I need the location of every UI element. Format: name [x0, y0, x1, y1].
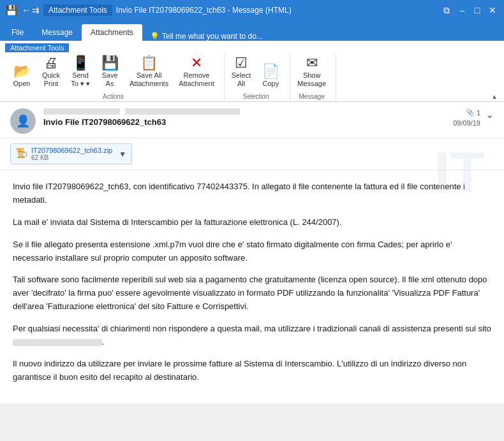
save-all-icon: 📋 — [140, 56, 158, 70]
title-bar-title: Invio File IT20798069622_tch63 - Message… — [116, 6, 292, 15]
body-paragraph-3: Se il file allegato presenta estensione … — [13, 238, 491, 265]
email-container: IT 👤 Invio File IT20798069622_tch63 📎 1 … — [0, 102, 504, 438]
attachment-number: 1 — [477, 109, 480, 117]
selection-buttons: ☑ SelectAll 📄 Copy — [227, 54, 285, 92]
lightbulb-icon: 💡 — [150, 32, 159, 41]
email-date: 09/09/19 — [453, 119, 480, 127]
body-paragraph-2: La mail e' inviata dal Sistema di Inters… — [13, 216, 491, 229]
sender-name-placeholder — [43, 108, 120, 115]
link-placeholder — [13, 339, 102, 346]
attachment-action-buttons: ▼ — [119, 150, 126, 159]
send-to-button[interactable]: 📱 SendTo ▾ — [66, 54, 94, 90]
copy-button[interactable]: 📄 Copy — [256, 62, 285, 90]
selection-label: Selection — [227, 92, 285, 100]
save-icon[interactable]: 💾 — [5, 4, 18, 17]
email-subject: Invio File IT20798069622_tch63 — [43, 117, 453, 127]
select-all-icon: ☑ — [235, 56, 248, 70]
actions-buttons: 📂 Open 🖨 QuickPrint 📱 SendTo ▾ 💾 SaveAs … — [8, 54, 219, 92]
message-group: ✉ ShowMessage Message — [290, 54, 336, 101]
back-button[interactable]: ← — [22, 5, 31, 15]
open-button[interactable]: 📂 Open — [8, 62, 36, 90]
remove-icon: ✕ — [191, 56, 202, 70]
remove-attachment-button[interactable]: ✕ RemoveAttachment — [174, 54, 219, 90]
email-header: 👤 Invio File IT20798069622_tch63 📎 1 09/… — [0, 102, 504, 138]
select-all-button[interactable]: ☑ SelectAll — [227, 54, 256, 90]
body-paragraph-5: Per qualsiasi necessita' di chiarimenti … — [13, 322, 491, 349]
tab-message[interactable]: Message — [33, 24, 82, 41]
paperclip-icon: 📎 — [466, 108, 475, 117]
remove-attachment-label: RemoveAttachment — [179, 71, 214, 88]
attachment-tools-label: Attachment Tools — [5, 43, 69, 52]
maximize-button[interactable]: □ — [471, 4, 484, 17]
save-as-button[interactable]: 💾 SaveAs — [96, 54, 124, 90]
zip-icon: 🗜 — [16, 147, 27, 161]
window-controls: ⧉ ‒ □ ✕ — [440, 4, 499, 17]
chevron-down-icon: ⌄ — [485, 109, 494, 120]
open-icon: 📂 — [13, 64, 31, 78]
forward-button[interactable]: ⇉ — [32, 5, 40, 15]
print-icon: 🖨 — [44, 56, 58, 70]
save-all-label: Save AllAttachments — [130, 71, 168, 88]
attachment-item[interactable]: 🗜 IT20798069622_tch63.zip 62 KB ▼ — [10, 143, 132, 164]
copy-icon: 📄 — [262, 64, 279, 78]
ribbon-groups: 📂 Open 🖨 QuickPrint 📱 SendTo ▾ 💾 SaveAs … — [5, 54, 499, 101]
search-area: 💡 Tell me what you want to do... — [142, 32, 501, 41]
ribbon: Attachment Tools 📂 Open 🖨 QuickPrint 📱 S… — [0, 41, 504, 102]
message-label: Message — [293, 92, 330, 100]
show-message-icon: ✉ — [306, 56, 318, 70]
copy-label: Copy — [263, 80, 279, 88]
attachment-area: 🗜 IT20798069622_tch63.zip 62 KB ▼ — [0, 138, 504, 170]
restore-button[interactable]: ⧉ — [440, 4, 453, 17]
body-paragraph-1: Invio file IT20798069622_tch63, con iden… — [13, 180, 491, 207]
attachment-name: IT20798069622_tch63.zip — [31, 147, 112, 154]
email-body: Invio file IT20798069622_tch63, con iden… — [0, 170, 504, 403]
search-placeholder[interactable]: Tell me what you want to do... — [162, 32, 263, 41]
title-bar-left: 💾 ← ⇉ Attachment Tools Invio File IT2079… — [5, 4, 292, 17]
show-message-button[interactable]: ✉ ShowMessage — [293, 54, 330, 90]
sender-email-placeholder — [125, 108, 240, 115]
tab-file[interactable]: File — [3, 24, 33, 41]
attachment-info: IT20798069622_tch63.zip 62 KB — [31, 147, 112, 161]
avatar: 👤 — [10, 108, 36, 134]
tab-bar: File Message Attachments 💡 Tell me what … — [0, 20, 504, 41]
selection-group: ☑ SelectAll 📄 Copy Selection — [225, 54, 291, 101]
save-as-icon: 💾 — [101, 56, 119, 70]
minimize-button[interactable]: ‒ — [456, 4, 468, 17]
title-bar: 💾 ← ⇉ Attachment Tools Invio File IT2079… — [0, 0, 504, 20]
actions-label: Actions — [8, 92, 219, 100]
message-buttons: ✉ ShowMessage — [293, 54, 330, 92]
show-message-label: ShowMessage — [297, 71, 326, 88]
open-label: Open — [13, 80, 31, 88]
context-label: Attachment Tools — [43, 4, 112, 16]
actions-group: 📂 Open 🖨 QuickPrint 📱 SendTo ▾ 💾 SaveAs … — [5, 54, 225, 101]
save-as-label: SaveAs — [101, 71, 117, 88]
attachment-count: 📎 1 — [466, 108, 480, 117]
body-paragraph-4: Tali software sono facilmente reperibili… — [13, 273, 491, 313]
email-header-info: Invio File IT20798069622_tch63 — [43, 108, 453, 127]
expand-button[interactable]: ⌄ — [485, 108, 494, 120]
save-all-attachments-button[interactable]: 📋 Save AllAttachments — [125, 54, 173, 90]
close-button[interactable]: ✕ — [486, 4, 499, 17]
quick-print-button[interactable]: 🖨 QuickPrint — [37, 54, 65, 90]
quick-print-label: QuickPrint — [42, 71, 60, 88]
ribbon-expand-button[interactable]: ▲ — [490, 92, 499, 101]
send-to-label: SendTo ▾ — [71, 71, 90, 88]
select-all-label: SelectAll — [232, 71, 251, 88]
body-paragraph-6: Il nuovo indirizzo da utilizzare per inv… — [13, 358, 491, 384]
attachment-size: 62 KB — [31, 154, 112, 161]
tab-attachments[interactable]: Attachments — [82, 24, 142, 41]
sender-row — [43, 108, 453, 115]
send-to-icon: 📱 — [72, 56, 89, 70]
email-meta-right: 📎 1 09/09/19 — [453, 108, 480, 127]
nav-buttons: ← ⇉ — [22, 5, 40, 15]
avatar-icon: 👤 — [16, 114, 30, 128]
attachment-dropdown-icon[interactable]: ▼ — [119, 150, 126, 159]
